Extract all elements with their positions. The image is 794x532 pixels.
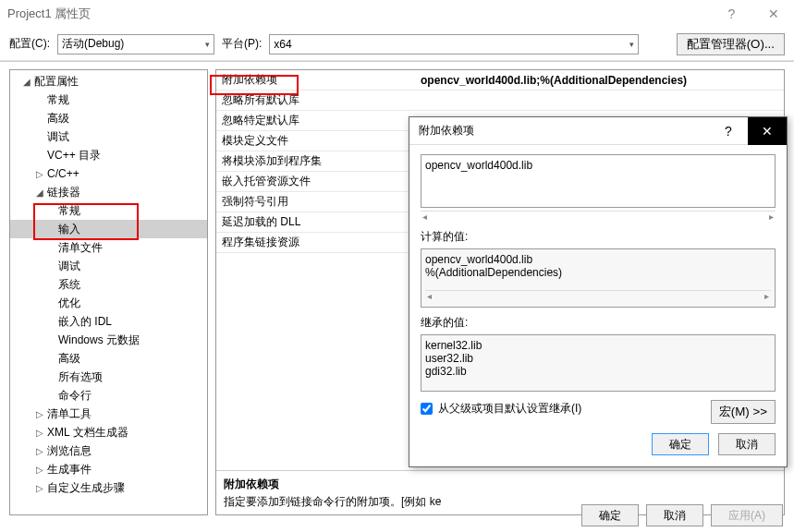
collapse-icon: ◢ — [36, 187, 47, 198]
tree-item[interactable]: 清单文件 — [10, 238, 207, 257]
macro-button[interactable]: 宏(M) >> — [711, 400, 776, 424]
window-title: Project1 属性页 — [7, 6, 91, 22]
close-icon[interactable]: ✕ — [748, 117, 787, 145]
help-icon[interactable]: ? — [711, 0, 752, 28]
tree-item[interactable]: 高级 — [10, 109, 207, 127]
dialog-title: 附加依赖项 — [419, 123, 474, 139]
config-manager-button[interactable]: 配置管理器(O)... — [677, 33, 785, 55]
dialog-titlebar: 附加依赖项 ? ✕ — [409, 117, 787, 145]
ok-button[interactable]: 确定 — [581, 504, 639, 526]
inherited-label: 继承的值: — [421, 315, 776, 331]
scroll-left-icon[interactable]: ◂ — [422, 212, 427, 222]
chevron-down-icon: ▾ — [205, 40, 210, 49]
tree-item[interactable]: 系统 — [10, 275, 207, 294]
config-toolbar: 配置(C): 活动(Debug) ▾ 平台(P): x64 ▾ 配置管理器(O)… — [0, 28, 794, 61]
tree-item[interactable]: 常规 — [10, 91, 207, 109]
additional-deps-dialog: 附加依赖项 ? ✕ ◂▸ 计算的值: opencv_world400d.lib … — [409, 116, 788, 467]
tree-item[interactable]: 常规 — [10, 201, 207, 220]
expand-icon: ▷ — [36, 428, 47, 438]
window-titlebar: Project1 属性页 ? ✕ — [0, 0, 794, 28]
chevron-down-icon: ▾ — [629, 40, 634, 49]
config-label: 配置(C): — [9, 36, 50, 52]
tree-item[interactable]: ▷C/C++ — [10, 164, 207, 183]
inherit-checkbox[interactable] — [421, 403, 433, 415]
config-combo[interactable]: 活动(Debug) ▾ — [57, 34, 214, 54]
tree-item-input[interactable]: 输入 — [10, 220, 207, 238]
tree-item[interactable]: 调试 — [10, 127, 207, 146]
expand-icon: ▷ — [36, 465, 47, 475]
tree-item[interactable]: 所有选项 — [10, 368, 207, 386]
expand-icon: ▷ — [36, 169, 47, 179]
computed-values-box: opencv_world400d.lib %(AdditionalDepende… — [421, 248, 776, 308]
property-tree[interactable]: ◢配置属性 常规 高级 调试 VC++ 目录 ▷C/C++ ◢链接器 常规 输入… — [9, 69, 208, 515]
deps-textarea[interactable] — [421, 154, 776, 208]
prop-row[interactable]: 忽略所有默认库 — [216, 91, 784, 111]
scroll-left-icon[interactable]: ◂ — [427, 291, 432, 301]
inherited-values-box: kernel32.lib user32.lib gdi32.lib — [421, 334, 776, 392]
platform-label: 平台(P): — [222, 36, 262, 52]
scroll-right-icon[interactable]: ▸ — [769, 212, 774, 222]
apply-button[interactable]: 应用(A) — [711, 504, 783, 526]
tree-item[interactable]: 嵌入的 IDL — [10, 312, 207, 331]
computed-label: 计算的值: — [421, 229, 776, 245]
config-value: 活动(Debug) — [62, 36, 124, 52]
platform-value: x64 — [274, 38, 291, 51]
tree-item[interactable]: 高级 — [10, 349, 207, 368]
tree-item[interactable]: 调试 — [10, 257, 207, 275]
tree-item[interactable]: 优化 — [10, 294, 207, 312]
tree-item[interactable]: 命令行 — [10, 386, 207, 405]
collapse-icon: ◢ — [23, 77, 34, 87]
tree-item[interactable]: ▷浏览信息 — [10, 441, 207, 460]
description-title: 附加依赖项 — [224, 477, 776, 492]
inherit-label: 从父级或项目默认设置继承(I) — [438, 401, 581, 417]
help-icon[interactable]: ? — [709, 117, 748, 145]
platform-combo[interactable]: x64 ▾ — [269, 34, 639, 54]
tree-item[interactable]: ▷清单工具 — [10, 405, 207, 423]
tree-item[interactable]: ▷XML 文档生成器 — [10, 423, 207, 441]
cancel-button[interactable]: 取消 — [718, 433, 776, 455]
expand-icon: ▷ — [36, 409, 47, 419]
dialog-footer: 确定 取消 应用(A) — [581, 504, 783, 526]
close-icon[interactable]: ✕ — [752, 0, 794, 28]
tree-item[interactable]: ▷自定义生成步骤 — [10, 478, 207, 497]
ok-button[interactable]: 确定 — [652, 433, 709, 455]
expand-icon: ▷ — [36, 446, 47, 456]
tree-linker[interactable]: ◢链接器 — [10, 183, 207, 201]
scroll-right-icon[interactable]: ▸ — [764, 291, 769, 301]
prop-row-additional-deps[interactable]: 附加依赖项 opencv_world400d.lib;%(AdditionalD… — [216, 70, 784, 91]
expand-icon: ▷ — [36, 483, 47, 493]
tree-root[interactable]: ◢配置属性 — [10, 72, 207, 91]
tree-item[interactable]: ▷生成事件 — [10, 460, 207, 478]
cancel-button[interactable]: 取消 — [646, 504, 703, 526]
tree-item[interactable]: Windows 元数据 — [10, 331, 207, 349]
tree-item[interactable]: VC++ 目录 — [10, 146, 207, 164]
